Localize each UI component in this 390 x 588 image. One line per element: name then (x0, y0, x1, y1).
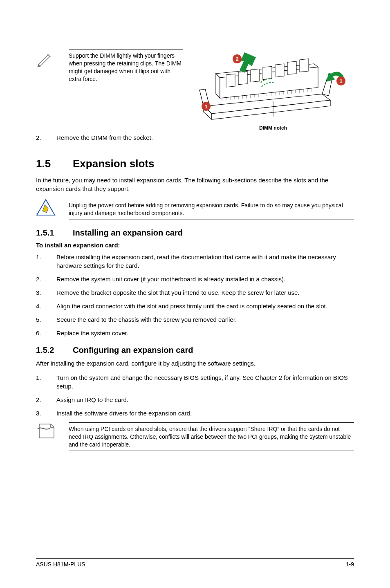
subsection-number: 1.5.1 (36, 228, 73, 238)
section-1-5-2-intro: After installing the expansion card, con… (36, 359, 354, 368)
page-footer: ASUS H81M-PLUS 1-9 (36, 558, 354, 568)
section-1-5-intro: In the future, you may need to install e… (36, 176, 354, 193)
section-1-5-2-heading: 1.5.2Configuring an expansion card (36, 346, 354, 355)
subsection-number: 1.5.2 (36, 346, 73, 355)
svg-rect-2 (251, 69, 260, 82)
subsection-title: Configuring an expansion card (73, 346, 193, 355)
svg-text:1: 1 (204, 103, 207, 110)
install-lead: To install an expansion card: (36, 242, 354, 249)
dimm-removal-illustration: 2 1 1 DIMM notch (183, 49, 354, 131)
section-number: 1.5 (36, 157, 73, 170)
step-2-text: Remove the DIMM from the socket. (56, 134, 354, 141)
svg-rect-1 (238, 72, 247, 85)
footer-left: ASUS H81M-PLUS (36, 561, 85, 568)
step-2-number: 2. (36, 134, 56, 141)
svg-rect-4 (275, 64, 284, 77)
svg-marker-37 (43, 204, 48, 213)
svg-rect-3 (263, 66, 272, 79)
section-title: Expansion slots (73, 157, 154, 170)
note-text: When using PCI cards on shared slots, en… (69, 425, 354, 449)
svg-rect-6 (300, 59, 309, 72)
subsection-title: Installing an expansion card (73, 228, 183, 237)
section-1-5-heading: 1.5Expansion slots (36, 157, 354, 170)
warning-icon (36, 199, 61, 218)
footer-right: 1-9 (346, 561, 354, 568)
svg-rect-0 (226, 74, 235, 87)
install-steps: 1.Before installing the expansion card, … (36, 253, 354, 337)
pencil-icon (36, 49, 61, 69)
support-dimm-callout: Support the DIMM lightly with your finge… (36, 49, 354, 131)
warning-text: Unplug the power cord before adding or r… (69, 202, 354, 217)
note-row: When using PCI cards on shared slots, en… (36, 422, 354, 451)
callout-text: Support the DIMM lightly with your finge… (69, 52, 183, 83)
svg-rect-5 (287, 61, 296, 74)
dimm-notch-label: DIMM notch (240, 125, 306, 131)
svg-text:2: 2 (235, 56, 238, 62)
svg-text:1: 1 (339, 78, 342, 84)
configure-steps: 1.Turn on the system and change the nece… (36, 373, 354, 417)
step-2-row: 2. Remove the DIMM from the socket. (36, 134, 354, 141)
section-1-5-1-heading: 1.5.1Installing an expansion card (36, 228, 354, 238)
warning-row: Unplug the power cord before adding or r… (36, 199, 354, 220)
note-icon (36, 422, 61, 441)
